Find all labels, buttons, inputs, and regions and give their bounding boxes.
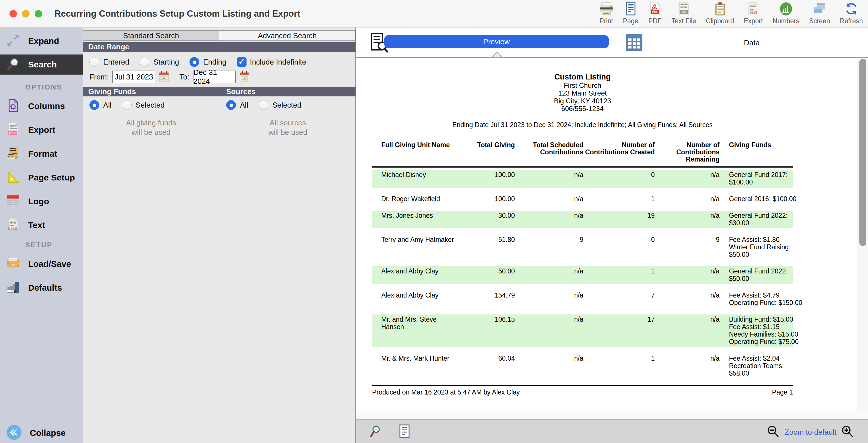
sidebar-item-search[interactable]: Search — [0, 55, 83, 75]
total-giving-cell: 154.79 — [467, 292, 515, 306]
giving-funds-cell: General Fund 2022:$50.00 — [719, 267, 793, 282]
csv-doc-icon: CSV — [6, 122, 20, 138]
toolbar-label: Export — [744, 17, 763, 25]
sidebar-item-expand[interactable]: Expand — [0, 28, 83, 55]
toolbar-label: Clipboard — [706, 17, 734, 25]
tab-advanced-search[interactable]: Advanced Search — [219, 30, 355, 41]
search-panel: Standard Search Advanced Search Date Ran… — [83, 28, 356, 443]
giving-funds-cell: Building Fund: $15.00Fee Assist: $1.15Ne… — [719, 316, 793, 346]
sidebar-item-format[interactable]: Format — [0, 142, 83, 166]
logo-letterhead-icon — [6, 194, 20, 209]
zoom-controls: Zoom to default — [767, 425, 854, 439]
entered-radio[interactable] — [89, 57, 99, 67]
to-date-input[interactable]: Dec 31 2024 — [193, 70, 236, 83]
toolbar-label: Refresh — [840, 17, 863, 25]
sidebar-item-label: Format — [28, 149, 57, 159]
sources-selected-radio[interactable] — [258, 100, 268, 110]
report-page-number: Page 1 — [772, 388, 793, 396]
search-tabs: Standard Search Advanced Search — [83, 30, 355, 41]
sources-radio-row: All Selected — [226, 99, 308, 111]
page-icon — [624, 1, 638, 17]
contributions-created-cell: 7 — [583, 292, 655, 306]
zoom-out-icon[interactable] — [767, 425, 780, 439]
include-indefinite-checkbox[interactable] — [237, 57, 247, 67]
text-file-button[interactable]: TXT Text File — [672, 1, 696, 25]
clipboard-icon — [713, 1, 727, 17]
report-address-1: 123 Main Street — [372, 89, 793, 97]
print-button[interactable]: Print — [599, 1, 613, 25]
sidebar-item-columns[interactable]: Columns — [0, 94, 83, 118]
total-giving-cell: 100.00 — [467, 171, 515, 186]
zoom-in-icon[interactable] — [841, 425, 854, 439]
preview-button[interactable]: Preview — [384, 35, 609, 48]
total-scheduled-cell: n/a — [515, 267, 583, 282]
sidebar-item-defaults[interactable]: Defaults — [0, 276, 83, 299]
total-scheduled-cell: n/a — [515, 195, 583, 203]
svg-text:TXT: TXT — [9, 227, 15, 230]
sidebar-item-label: Expand — [28, 36, 59, 46]
numbers-chart-icon — [779, 1, 793, 17]
starting-radio[interactable] — [140, 57, 149, 67]
giving-funds-cell: General Fund 2022:$30.00 — [719, 212, 793, 227]
giving-unit-name-cell: Mrs. Jones Jones — [372, 212, 467, 227]
sidebar-item-text[interactable]: TXT Text — [0, 213, 83, 237]
from-date-input[interactable]: Jul 31 2023 — [112, 70, 155, 83]
sidebar-item-collapse[interactable]: Collapse — [0, 423, 83, 443]
vertical-scrollbar-thumb[interactable] — [859, 59, 866, 246]
window-title: Recurring Contributions Setup Custom Lis… — [55, 9, 301, 19]
clipboard-button[interactable]: Clipboard — [706, 1, 734, 25]
zoom-to-default-link[interactable]: Zoom to default — [784, 428, 836, 437]
data-grid-icon[interactable] — [626, 34, 643, 52]
preview-toolbar: Preview Data — [356, 28, 868, 58]
table-row: Mrs. Jones Jones 30.00 n/a 19 n/a Genera… — [372, 211, 793, 228]
sidebar-item-logo[interactable]: Logo — [0, 189, 83, 213]
report-table-header: Full Giving Unit Name Total Giving Total… — [372, 142, 793, 168]
vertical-scrollbar[interactable] — [857, 58, 868, 411]
from-calendar-icon[interactable] — [159, 70, 169, 84]
toolbar-label: Page — [623, 17, 639, 25]
close-window-button[interactable] — [9, 10, 17, 18]
status-bar: Zoom to default — [356, 419, 868, 443]
screen-button[interactable]: Screen — [809, 1, 830, 25]
to-calendar-icon[interactable] — [239, 70, 250, 84]
sidebar-item-export[interactable]: CSV Export — [0, 118, 83, 142]
report-produced-text: Produced on Mar 16 2023 at 5:47 AM by Al… — [372, 388, 520, 396]
date-range-radio-row: Entered Starting Ending Include Indefini… — [89, 56, 312, 68]
refresh-button[interactable]: Refresh — [840, 1, 863, 25]
sources-all-radio[interactable] — [226, 100, 236, 110]
app-window: Recurring Contributions Setup Custom Lis… — [0, 0, 868, 443]
horizontal-scrollbar-track[interactable] — [356, 411, 868, 419]
report-table-rows: Michael Disney 100.00 n/a 0 n/a General … — [372, 170, 793, 386]
ending-radio[interactable] — [189, 57, 199, 67]
search-icon — [6, 57, 20, 72]
sidebar-item-page-setup[interactable]: Page Setup — [0, 166, 83, 189]
pdf-button[interactable]: PDF PDF — [648, 1, 662, 25]
folder-icon — [6, 257, 20, 271]
giving-unit-name-cell: Michael Disney — [372, 171, 467, 186]
sidebar-section-options: OPTIONS — [0, 83, 83, 92]
giving-funds-all-radio[interactable] — [89, 100, 99, 110]
magnifier-icon[interactable] — [369, 425, 381, 439]
refresh-icon — [844, 1, 859, 17]
report-list-icon[interactable] — [399, 424, 410, 439]
sidebar-item-load-save[interactable]: Load/Save — [0, 252, 83, 276]
table-row: Terry and Amy Hatmaker 51.80 9 0 9 Fee A… — [372, 235, 793, 260]
main-toolbar: Print Page PDF PDF TXT Text File — [599, 1, 863, 27]
sidebar-item-label: Load/Save — [28, 259, 71, 269]
total-giving-cell: 50.00 — [467, 267, 515, 282]
contributions-remaining-cell: n/a — [655, 195, 719, 203]
sidebar-item-label: Collapse — [30, 428, 66, 438]
export-csv-icon: CSV — [746, 1, 760, 17]
minimize-window-button[interactable] — [22, 10, 30, 18]
data-tab-label[interactable]: Data — [744, 38, 760, 47]
giving-funds-cell: General Fund 2017:$100.00 — [719, 171, 793, 186]
zoom-window-button[interactable] — [35, 10, 42, 18]
giving-funds-selected-radio[interactable] — [122, 100, 131, 110]
toolbar-label: Print — [599, 17, 613, 25]
giving-funds-cell: Fee Assist: $1.80Winter Fund Raising:$50… — [719, 236, 793, 258]
export-button[interactable]: CSV Export — [744, 1, 763, 25]
printer-icon — [599, 1, 613, 17]
tab-standard-search[interactable]: Standard Search — [83, 30, 219, 41]
numbers-button[interactable]: Numbers — [773, 1, 799, 25]
page-button[interactable]: Page — [623, 1, 639, 25]
